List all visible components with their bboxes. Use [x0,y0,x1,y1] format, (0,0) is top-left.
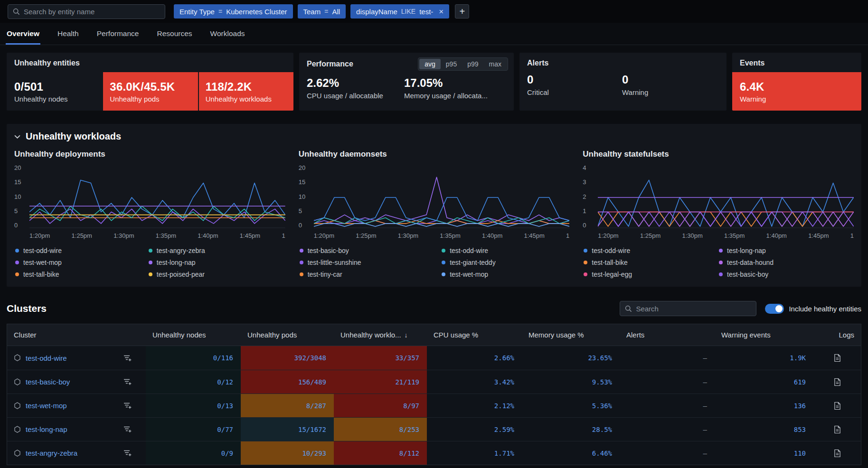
seg-p99[interactable]: p99 [462,59,483,69]
col-header-logs[interactable]: Logs [813,324,861,346]
legend-item[interactable]: test-giant-teddy [442,259,569,266]
tab-overview[interactable]: Overview [6,23,40,45]
logs-icon[interactable] [834,378,841,386]
clusters-table-body: test-odd-wire0/116392/304833/3572.66%23.… [7,346,861,465]
legend-label: test-wet-mop [23,259,62,266]
legend-dot [719,272,723,276]
cluster-cell: test-basic-boy [7,370,146,393]
filter-plus-icon[interactable] [123,402,132,409]
legend-item[interactable]: test-long-nap [149,259,285,266]
seg-p95[interactable]: p95 [441,59,462,69]
legend-item[interactable]: test-wet-mop [15,259,142,266]
chart-yaxis: 20151050 [299,165,314,228]
unhealthy-nodes-cell: 0/116 [146,346,241,370]
clusters-section: Clusters Include healthy entities Cluste… [7,301,861,465]
legend-item[interactable]: test-odd-wire [15,247,142,254]
chart-plot[interactable] [29,165,285,228]
cluster-link[interactable]: test-basic-boy [26,378,70,386]
hexagon-icon [14,402,21,410]
legend-label: test-wet-mop [450,271,488,278]
legend-item[interactable]: test-poised-pear [149,271,285,278]
remove-filter-icon[interactable]: × [439,8,443,16]
warning-events-cell: 619 [715,370,813,393]
seg-avg[interactable]: avg [419,59,441,69]
col-header-alerts[interactable]: Alerts [620,324,715,346]
filter-plus-icon[interactable] [123,449,132,457]
filter-plus-icon[interactable] [123,426,132,433]
legend-dot [584,272,587,276]
legend-item[interactable]: test-little-sunshine [300,259,435,266]
cluster-link[interactable]: test-angry-zebra [26,449,77,457]
legend-label: test-long-nap [727,247,766,254]
warning-events-tile[interactable]: 6.4K Warning [732,72,861,111]
filter-pill[interactable]: Entity Type=Kubernetes Cluster [174,4,293,19]
legend-item[interactable]: test-basic-boy [719,271,854,278]
tab-resources[interactable]: Resources [156,23,193,45]
tab-workloads[interactable]: Workloads [209,23,246,45]
tab-performance[interactable]: Performance [96,23,140,45]
legend-label: test-tall-bike [592,259,627,266]
legend-item[interactable]: test-tiny-car [300,271,435,278]
legend-item[interactable]: test-odd-wire [442,247,569,254]
col-header-unhealthy-pods[interactable]: Unhealthy pods [241,324,334,346]
tab-health[interactable]: Health [57,23,80,45]
unhealthy-pods-tile[interactable]: 36.0K/45.5K Unhealthy pods [103,72,198,111]
filter-plus-icon[interactable] [123,378,132,385]
legend-dot [15,249,19,253]
entity-search[interactable] [8,4,165,19]
sort-desc-icon: ↓ [405,331,408,339]
legend-item[interactable]: test-angry-zebra [149,247,285,254]
logs-icon[interactable] [834,354,841,362]
entity-search-input[interactable] [24,8,160,16]
cluster-link[interactable]: test-odd-wire [26,354,67,362]
filter-pill[interactable]: displayNameLIKEtest-× [350,4,449,19]
toggle-knob [775,305,783,312]
cluster-link[interactable]: test-long-nap [26,425,67,433]
tile-label: Unhealthy nodes [14,95,102,103]
card-title: Performance [307,60,353,68]
col-header-unhealthy-workloads[interactable]: Unhealthy worklo...↓ [334,324,427,346]
logs-icon[interactable] [834,449,841,458]
events-card: Events 6.4K Warning [732,53,861,111]
logs-icon[interactable] [834,402,841,410]
clusters-search[interactable] [620,301,756,316]
include-healthy-toggle-wrap[interactable]: Include healthy entities [765,304,861,314]
unhealthy-nodes-cell: 0/77 [146,418,241,441]
chart-xaxis: 1:20pm1:25pm1:30pm1:35pm1:40pm1:45pm1 [598,232,854,239]
filter-pills: Entity Type=Kubernetes ClusterTeam=Alldi… [174,4,449,19]
col-header-memory-usage[interactable]: Memory usage % [522,324,620,346]
legend-item[interactable]: test-legal-egg [584,271,712,278]
summary-row: Unhealthy entities 0/501 Unhealthy nodes… [7,53,861,111]
legend-item[interactable]: test-basic-boy [300,247,435,254]
legend-item[interactable]: test-tall-bike [15,271,142,278]
legend-item[interactable]: test-data-hound [719,259,854,266]
unhealthy-pods-cell: 15/1672 [241,418,334,441]
legend-item[interactable]: test-odd-wire [584,247,712,254]
col-header-cluster[interactable]: Cluster [7,324,146,346]
logs-icon[interactable] [834,425,841,434]
memory-usage-cell: 6.46% [522,441,620,465]
tab-bar: OverviewHealthPerformanceResourcesWorklo… [0,23,868,45]
include-healthy-toggle[interactable] [765,304,784,314]
filter-pill[interactable]: Team=All [298,4,346,19]
seg-max[interactable]: max [484,59,507,69]
add-filter-button[interactable]: + [455,4,469,19]
cluster-link[interactable]: test-wet-mop [26,402,67,410]
legend-item[interactable]: test-wet-mop [442,271,569,278]
section-collapse-header[interactable]: Unhealthy workloads [14,131,854,142]
unhealthy-nodes-tile[interactable]: 0/501 Unhealthy nodes [7,72,102,111]
col-header-cpu-usage[interactable]: CPU usage % [427,324,522,346]
col-header-warning-events[interactable]: Warning events [715,324,813,346]
clusters-search-input[interactable] [636,305,751,313]
legend-item[interactable]: test-long-nap [719,247,854,254]
unhealthy-entities-card: Unhealthy entities 0/501 Unhealthy nodes… [7,53,293,111]
col-header-unhealthy-nodes[interactable]: Unhealthy nodes [146,324,241,346]
legend-label: test-odd-wire [592,247,630,254]
chart-plot[interactable] [598,165,854,228]
legend-dot [584,249,587,253]
chart-plot[interactable] [314,165,570,228]
filter-plus-icon[interactable] [123,355,132,362]
legend-item[interactable]: test-tall-bike [584,259,712,266]
unhealthy-workloads-cell: 21/119 [334,370,427,393]
unhealthy-workloads-tile[interactable]: 118/2.2K Unhealthy workloads [199,72,293,111]
